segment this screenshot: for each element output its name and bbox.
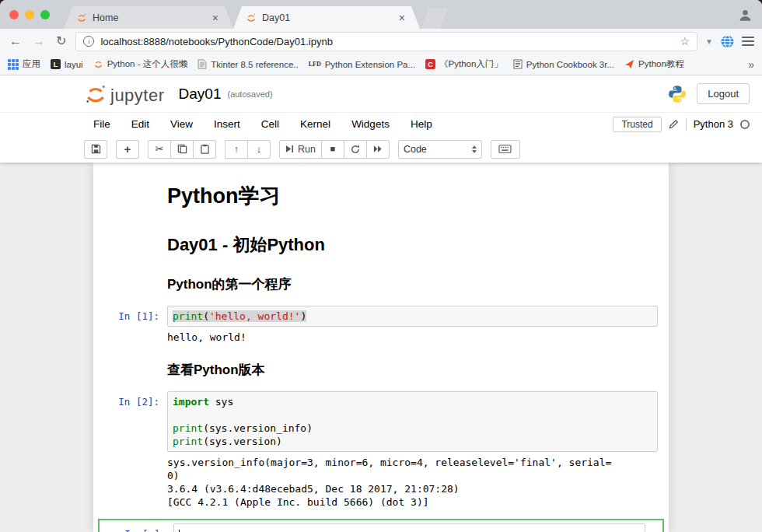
subsection-heading: 查看Python版本 xyxy=(167,361,658,379)
fast-forward-icon xyxy=(373,145,383,153)
restart-icon xyxy=(351,145,360,154)
jupyter-logo[interactable]: jupyter xyxy=(84,82,165,106)
trusted-badge[interactable]: Trusted xyxy=(613,117,661,132)
code-cell-1[interactable]: In [1]: print('hello, world!') hello, wo… xyxy=(93,302,669,351)
clipboard-icon xyxy=(200,144,210,154)
interrupt-kernel-button[interactable]: ■ xyxy=(321,140,344,159)
close-window-button[interactable] xyxy=(9,10,19,19)
bookmark-label: Python教程 xyxy=(638,58,684,70)
python-logo-icon xyxy=(667,84,687,104)
code-input-area[interactable] xyxy=(173,523,645,532)
bookmarks-bar: 应用 L layui Python - 这个人很懒 Tkinter 8.5 xyxy=(0,54,762,75)
scissors-icon: ✂ xyxy=(156,144,164,154)
input-prompt: In [2]: xyxy=(93,391,167,408)
autosave-status: (autosaved) xyxy=(227,89,272,99)
menu-file[interactable]: File xyxy=(93,118,110,130)
tab-home[interactable]: Home × xyxy=(64,6,233,29)
bookmark-layui[interactable]: L layui xyxy=(51,59,83,69)
bookmark-extension[interactable]: LFD Python Extension Pa... xyxy=(309,60,415,69)
code-input-area[interactable]: print('hello, world!') xyxy=(167,306,658,327)
markdown-cell-version[interactable]: 查看Python版本 xyxy=(93,351,669,387)
output-prompt xyxy=(93,456,167,509)
jupyter-wordmark: jupyter xyxy=(110,86,165,106)
menu-insert[interactable]: Insert xyxy=(214,118,240,130)
code-cell-3-active[interactable]: In [ ]: xyxy=(98,519,664,532)
jupyter-menubar: File Edit View Insert Cell Kernel Widget… xyxy=(0,112,762,135)
copy-cell-button[interactable] xyxy=(170,140,194,159)
divider xyxy=(686,118,687,131)
bookmark-python-lazy[interactable]: Python - 这个人很懒 xyxy=(93,58,188,70)
reload-icon[interactable]: ↻ xyxy=(54,35,68,47)
book-icon xyxy=(513,59,523,69)
section-heading: Day01 - 初始Python xyxy=(167,233,658,257)
dart-icon xyxy=(624,59,634,69)
run-cell-button[interactable]: Run xyxy=(279,140,322,159)
bookmark-star-icon[interactable]: ☆ xyxy=(680,35,690,47)
move-cell-down-button[interactable]: ↓ xyxy=(247,140,271,159)
bookmark-label: Python Extension Pa... xyxy=(325,60,415,69)
bookmark-cookbook[interactable]: Python Cookbook 3r... xyxy=(513,59,614,69)
menu-widgets[interactable]: Widgets xyxy=(351,118,390,130)
minimize-window-button[interactable] xyxy=(25,10,34,19)
save-button[interactable] xyxy=(84,140,107,159)
subsection-heading: Python的第一个程序 xyxy=(167,275,658,293)
menu-kernel[interactable]: Kernel xyxy=(300,118,330,130)
tab-day01-label: Day01 xyxy=(262,12,391,23)
kernel-idle-indicator-icon xyxy=(740,120,750,129)
bookmark-python-intro[interactable]: C 《Python入门」 xyxy=(425,58,503,70)
bookmark-label: Tkinter 8.5 reference.. xyxy=(211,60,299,69)
bookmark-label: 《Python入门」 xyxy=(439,58,503,70)
kernel-name[interactable]: Python 3 xyxy=(694,118,733,130)
browser-menu-icon[interactable] xyxy=(742,37,754,46)
traffic-lights xyxy=(9,10,50,19)
profile-icon[interactable] xyxy=(739,9,752,22)
browser-window: Home × Day01 × ← → ↻ xyxy=(0,0,762,532)
code-input-area[interactable]: import sys print(sys.version_info) print… xyxy=(167,391,658,452)
jupyter-favicon xyxy=(76,12,87,23)
add-cell-button[interactable]: + xyxy=(116,140,139,159)
bookmarks-overflow-chevron[interactable]: » xyxy=(748,58,754,71)
new-tab-button[interactable] xyxy=(421,8,448,29)
menu-edit[interactable]: Edit xyxy=(131,118,149,130)
restart-run-all-button[interactable] xyxy=(366,140,390,159)
bookmark-apps[interactable]: 应用 xyxy=(8,58,40,70)
forward-icon[interactable]: → xyxy=(31,35,47,47)
notebook-background: Python学习 Day01 - 初始Python Python的第一个程序 I… xyxy=(0,163,762,532)
page-info-icon[interactable]: i xyxy=(83,36,94,47)
cell-type-select[interactable]: Code xyxy=(398,140,482,159)
move-cell-up-button[interactable]: ↑ xyxy=(225,140,248,159)
back-icon[interactable]: ← xyxy=(8,35,23,47)
menu-help[interactable]: Help xyxy=(411,118,432,130)
logout-button[interactable]: Logout xyxy=(697,83,750,104)
browser-tab-strip: Home × Day01 × xyxy=(0,0,762,29)
code-cell-2[interactable]: In [2]: import sys print(sys.version_inf… xyxy=(93,387,669,516)
download-arrow-icon[interactable]: ▼ xyxy=(705,37,713,46)
command-palette-button[interactable] xyxy=(491,140,520,159)
tab-day01[interactable]: Day01 × xyxy=(233,6,420,29)
tab-day01-close-icon[interactable]: × xyxy=(397,12,407,24)
paste-cell-button[interactable] xyxy=(193,140,216,159)
address-bar[interactable]: i localhost:8888/notebooks/PythonCode/Da… xyxy=(75,32,697,51)
page-icon xyxy=(197,59,207,69)
menu-cell[interactable]: Cell xyxy=(261,118,279,130)
restart-kernel-button[interactable] xyxy=(344,140,367,159)
cut-cell-button[interactable]: ✂ xyxy=(148,140,171,159)
markdown-cell-first-program[interactable]: Python的第一个程序 xyxy=(93,265,669,302)
notebook-title[interactable]: Day01 xyxy=(179,86,222,103)
arrow-up-icon: ↑ xyxy=(234,144,239,154)
markdown-cell-day01[interactable]: Day01 - 初始Python xyxy=(93,219,669,265)
browser-navbar: ← → ↻ i localhost:8888/notebooks/PythonC… xyxy=(0,29,762,54)
zoom-window-button[interactable] xyxy=(40,10,50,19)
globe-extension-icon[interactable] xyxy=(721,35,734,48)
bookmark-tutorial[interactable]: Python教程 xyxy=(624,58,684,70)
tab-home-close-icon[interactable]: × xyxy=(210,12,221,24)
url-text[interactable]: localhost:8888/notebooks/PythonCode/Day0… xyxy=(100,36,333,47)
arrow-down-icon: ↓ xyxy=(257,144,262,154)
bookmark-tkinter[interactable]: Tkinter 8.5 reference.. xyxy=(197,59,299,69)
jupyter-mini-icon xyxy=(93,59,103,69)
menu-view[interactable]: View xyxy=(170,118,193,130)
bookmark-label: layui xyxy=(65,60,83,69)
jupyter-favicon xyxy=(246,12,257,23)
edit-mode-pencil-icon xyxy=(669,119,679,129)
markdown-cell-title[interactable]: Python学习 xyxy=(93,172,669,219)
